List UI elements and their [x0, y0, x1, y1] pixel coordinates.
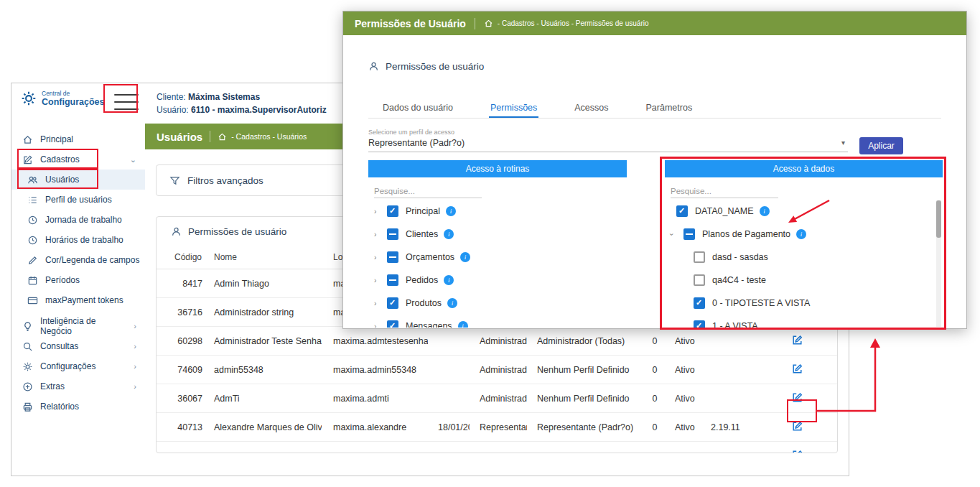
checkbox-checked[interactable] [387, 297, 398, 309]
logo-text-top: Central de [42, 90, 105, 97]
collapse-icon[interactable] [671, 231, 683, 238]
info-icon[interactable] [460, 252, 470, 262]
col-codigo: Código [157, 246, 204, 269]
profile-select[interactable]: Selecione um perfil de acesso Representa… [368, 129, 848, 152]
tree-item-data0-name[interactable]: DATA0_NAME [665, 200, 943, 223]
sidebar-item-cadastros[interactable]: Cadastros [11, 149, 145, 170]
chevron-right-icon [134, 342, 136, 351]
edit-user-button[interactable] [791, 363, 803, 375]
scrollbar-track[interactable] [936, 200, 941, 327]
checkbox-unchecked[interactable] [694, 274, 705, 286]
routines-access-panel: Acesso à rotinas Principal Clientes Orça… [368, 160, 627, 328]
sidebar-item-periodos[interactable]: Períodos [11, 270, 145, 290]
info-icon[interactable] [760, 206, 770, 216]
info-icon[interactable] [796, 229, 806, 239]
tree-item-principal[interactable]: Principal [368, 200, 627, 223]
table-row[interactable]: 60298Administrador Teste Senhamaxima.adm… [157, 327, 838, 356]
sidebar-item-extras[interactable]: Extras [11, 376, 145, 396]
table-row[interactable]: 36067AdmTimaxima.admtiAdministradorNenhu… [157, 384, 838, 413]
home-icon [22, 134, 34, 145]
expand-icon[interactable] [374, 323, 387, 328]
data-search-input[interactable] [671, 185, 778, 198]
checkbox-checked[interactable] [694, 297, 705, 309]
info-icon[interactable] [458, 321, 468, 328]
tab-acessos[interactable]: Acessos [573, 97, 610, 118]
table-row-alexandre[interactable]: 40713Alexandre Marques de Oliveiramaxima… [157, 413, 838, 442]
sidebar-item-jornada-de-trabalho[interactable]: Jornada de trabalho [11, 210, 145, 230]
tree-item-orcamentos[interactable]: Orçamentos [368, 246, 627, 269]
tab-dados-do-usuario[interactable]: Dados do usuário [381, 97, 454, 118]
card-icon [27, 294, 39, 306]
expand-icon[interactable] [374, 300, 387, 307]
page-title: Usuários [157, 131, 202, 143]
edit-user-button[interactable] [791, 449, 803, 454]
app-logo: Central de Configurações [20, 90, 105, 107]
divider [210, 131, 210, 142]
tab-permissoes[interactable]: Permissões [489, 97, 538, 118]
edit-user-button[interactable] [791, 391, 803, 404]
chevron-down-icon [130, 155, 136, 164]
tree-item-0-tipoteste-a-vista[interactable]: 0 - TIPOTESTE A VISTA [665, 292, 943, 315]
sidebar-item-consultas[interactable]: Consultas [11, 336, 145, 356]
sidebar-item-inteligencia-de-negocio[interactable]: Inteligência de Negócio [11, 316, 145, 336]
printer-icon [22, 401, 34, 412]
tree-item-dasd-sasdas[interactable]: dasd - sasdas [665, 246, 943, 269]
edit-icon [22, 154, 34, 165]
checkbox-checked[interactable] [694, 320, 705, 328]
sidebar-item-relatorios[interactable]: Relatórios [11, 396, 145, 417]
expand-icon[interactable] [374, 277, 387, 284]
checkbox-indeterminate[interactable] [387, 274, 398, 286]
gear-icon [22, 361, 34, 372]
tree-item-clientes[interactable]: Clientes [368, 223, 627, 246]
sidebar-item-cor-legenda[interactable]: Cor/Legenda de campos [11, 250, 145, 270]
person-icon [171, 226, 182, 237]
checkbox-indeterminate[interactable] [683, 228, 695, 240]
expand-icon[interactable] [374, 254, 387, 261]
checkbox-unchecked[interactable] [694, 251, 705, 263]
edit-user-button-highlighted[interactable] [791, 420, 803, 432]
tree-item-mensagens[interactable]: Mensagens [368, 315, 627, 328]
checkbox-checked[interactable] [387, 320, 398, 328]
expand-icon[interactable] [374, 208, 387, 215]
tree-item-planos-de-pagamento[interactable]: Planos de Pagamento [665, 223, 943, 246]
sidebar-item-horarios-de-trabalho[interactable]: Horários de trabalho [11, 230, 145, 250]
routines-panel-title: Acesso à rotinas [368, 160, 627, 177]
sidebar-item-principal[interactable]: Principal [11, 129, 145, 149]
list-icon [27, 194, 39, 205]
routines-search-input[interactable] [374, 185, 482, 198]
menu-toggle-icon[interactable] [111, 92, 141, 112]
table-row[interactable]: 12966Alifymaxima.alify112/08/2020Represe… [157, 442, 838, 454]
dropdown-caret-icon [841, 139, 845, 147]
sidebar-item-perfil-de-usuarios[interactable]: Perfil de usuários [11, 190, 145, 210]
sidebar-item-usuarios[interactable]: Usuários [11, 170, 145, 190]
table-row[interactable]: 74609admin55348maxima.admin55348Administ… [157, 356, 838, 384]
user-label: Usuário: [157, 105, 189, 115]
tree-item-pedidos[interactable]: Pedidos [368, 269, 627, 292]
scrollbar-thumb[interactable] [936, 200, 941, 238]
checkbox-checked[interactable] [676, 205, 688, 217]
client-value: Máxima Sistemas [188, 92, 260, 102]
tree-item-1-a-vista[interactable]: 1 - A VISTA [665, 315, 943, 328]
search-icon [22, 340, 34, 352]
info-icon[interactable] [446, 206, 456, 216]
checkbox-indeterminate[interactable] [387, 251, 398, 263]
tree-item-qa4c4-teste[interactable]: qa4C4 - teste [665, 269, 943, 292]
routines-tree: Principal Clientes Orçamentos Pedidos Pr… [368, 200, 627, 328]
tree-item-produtos[interactable]: Produtos [368, 292, 627, 315]
tab-parametros[interactable]: Parâmetros [645, 97, 694, 118]
info-icon[interactable] [444, 229, 454, 239]
screen: Central de Configurações Principal Cadas… [0, 0, 980, 487]
expand-icon[interactable] [374, 231, 387, 238]
sidebar: Central de Configurações Principal Cadas… [11, 83, 146, 476]
checkbox-indeterminate[interactable] [387, 228, 398, 240]
sidebar-item-maxpayment-tokens[interactable]: maxPayment tokens [11, 290, 145, 310]
info-icon[interactable] [447, 298, 457, 308]
apply-button[interactable]: Aplicar [859, 137, 903, 154]
modal-breadcrumb: - Cadastros - Usuários - Permissões de u… [484, 19, 649, 28]
info-icon[interactable] [444, 275, 454, 285]
data-access-panel: Acesso à dados DATA0_NAME Planos de Paga… [665, 160, 943, 328]
sidebar-item-configuracoes[interactable]: Configurações [11, 356, 145, 376]
edit-user-button[interactable] [791, 334, 803, 346]
profile-select-value[interactable]: Representante (Padr?o) [368, 138, 848, 152]
checkbox-checked[interactable] [387, 205, 398, 217]
